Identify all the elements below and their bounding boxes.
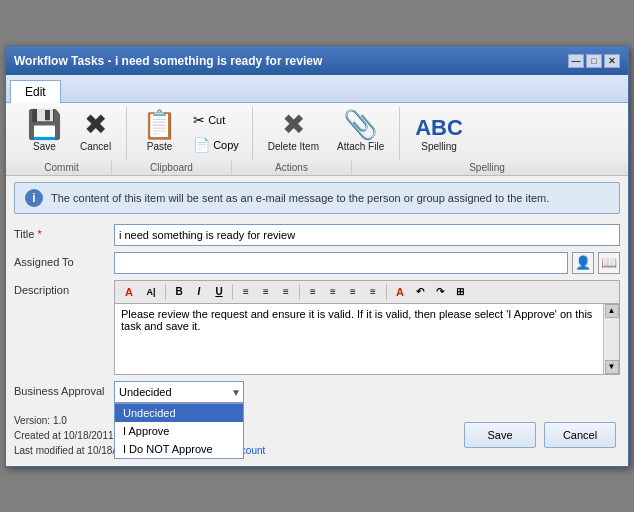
attach-file-label: Attach File	[337, 141, 384, 152]
footer-save-button[interactable]: Save	[464, 422, 536, 448]
title-row: Title *	[14, 224, 620, 246]
clipboard-buttons: 📋 Paste ✂ Cut 📄 Copy	[135, 107, 244, 156]
actions-group-name: Actions	[240, 161, 343, 174]
cut-icon: ✂	[193, 112, 205, 128]
sep1	[165, 284, 166, 300]
copy-label: Copy	[213, 139, 239, 151]
paste-button[interactable]: 📋 Paste	[135, 107, 184, 156]
title-bar-buttons: — □ ✕	[568, 54, 620, 68]
commit-group-name: Commit	[20, 161, 103, 174]
spelling-icon: ABC	[415, 117, 463, 139]
address-book-button[interactable]: 📖	[598, 252, 620, 274]
attach-file-button[interactable]: 📎 Attach File	[330, 107, 391, 156]
info-text: The content of this item will be sent as…	[51, 192, 549, 204]
spelling-button[interactable]: ABC Spelling	[408, 113, 470, 156]
tab-edit[interactable]: Edit	[10, 80, 61, 103]
commit-group-name-block: Commit	[12, 161, 112, 174]
description-label: Description	[14, 280, 114, 296]
cut-button[interactable]: ✂ Cut	[188, 109, 244, 131]
scroll-down[interactable]: ▼	[605, 360, 619, 374]
close-button[interactable]: ✕	[604, 54, 620, 68]
ribbon-group-actions: ✖ Delete Item 📎 Attach File	[253, 107, 400, 160]
cut-label: Cut	[208, 114, 225, 126]
save-button[interactable]: 💾 Save	[20, 107, 69, 156]
paste-label: Paste	[147, 141, 173, 152]
description-control: A A| B I U ≡ ≡ ≡ ≡ ≡ ≡ ≡ A	[114, 280, 620, 375]
spelling-group-name-block: Spelling	[352, 161, 622, 174]
indent-btn[interactable]: ≡	[344, 283, 362, 301]
info-bar: i The content of this item will be sent …	[14, 182, 620, 214]
assigned-to-label: Assigned To	[14, 252, 114, 268]
footer-cancel-button[interactable]: Cancel	[544, 422, 616, 448]
dropdown-option-approve[interactable]: I Approve	[115, 422, 243, 440]
maximize-button[interactable]: □	[586, 54, 602, 68]
window-title: Workflow Tasks - i need something is rea…	[14, 54, 322, 68]
font-btn[interactable]: A	[119, 283, 139, 301]
delete-icon: ✖	[282, 111, 305, 139]
italic-btn[interactable]: I	[190, 283, 208, 301]
business-approval-control: Undecided I Approve I Do NOT Approve ▼ U…	[114, 381, 620, 403]
footer-row: Version: 1.0 Created at 10/18/2011 4:09 …	[14, 413, 620, 462]
clipboard-group-name: Clipboard	[120, 161, 223, 174]
sep4	[386, 284, 387, 300]
scroll-up[interactable]: ▲	[605, 304, 619, 318]
ordered-list-btn[interactable]: ≡	[324, 283, 342, 301]
copy-icon: 📄	[193, 137, 210, 153]
desc-textarea-wrap: Please review the request and ensure it …	[114, 303, 620, 375]
ribbon-group-clipboard: 📋 Paste ✂ Cut 📄 Copy	[127, 107, 253, 160]
title-control	[114, 224, 620, 246]
underline-btn[interactable]: U	[210, 283, 228, 301]
description-textarea[interactable]: Please review the request and ensure it …	[115, 304, 603, 374]
actions-group-name-block: Actions	[232, 161, 352, 174]
save-label: Save	[33, 141, 56, 152]
scroll-track	[605, 318, 619, 360]
desc-scrollbar: ▲ ▼	[603, 304, 619, 374]
description-row: Description A A| B I U ≡ ≡ ≡ ≡ ≡ ≡	[14, 280, 620, 375]
cancel-label: Cancel	[80, 141, 111, 152]
outdent-btn[interactable]: ≡	[364, 283, 382, 301]
form-area: Title * Assigned To 👤 📖 Description	[6, 220, 628, 466]
assigned-to-row: Assigned To 👤 📖	[14, 252, 620, 274]
align-right-btn[interactable]: ≡	[277, 283, 295, 301]
spelling-buttons: ABC Spelling	[408, 107, 470, 156]
table-btn[interactable]: ⊞	[451, 283, 469, 301]
list-btn[interactable]: ≡	[304, 283, 322, 301]
spelling-label: Spelling	[421, 141, 457, 152]
desc-toolbar: A A| B I U ≡ ≡ ≡ ≡ ≡ ≡ ≡ A	[114, 280, 620, 303]
sep2	[232, 284, 233, 300]
dropdown-option-undecided[interactable]: Undecided	[115, 404, 243, 422]
ribbon: 💾 Save ✖ Cancel 📋 Paste	[6, 103, 628, 176]
minimize-button[interactable]: —	[568, 54, 584, 68]
redo-btn[interactable]: ↷	[431, 283, 449, 301]
title-input[interactable]	[114, 224, 620, 246]
font-color-btn[interactable]: A	[391, 283, 409, 301]
business-approval-select[interactable]: Undecided I Approve I Do NOT Approve	[114, 381, 244, 403]
info-icon: i	[25, 189, 43, 207]
align-center-btn[interactable]: ≡	[257, 283, 275, 301]
save-icon: 💾	[27, 111, 62, 139]
align-left-btn[interactable]: ≡	[237, 283, 255, 301]
dropdown-popup: Undecided I Approve I Do NOT Approve	[114, 403, 244, 459]
title-bar: Workflow Tasks - i need something is rea…	[6, 47, 628, 75]
clipboard-group-name-block: Clipboard	[112, 161, 232, 174]
commit-buttons: 💾 Save ✖ Cancel	[20, 107, 118, 156]
undo-btn[interactable]: ↶	[411, 283, 429, 301]
assigned-to-input-row: 👤 📖	[114, 252, 620, 274]
ribbon-group-commit: 💾 Save ✖ Cancel	[12, 107, 127, 160]
paste-icon: 📋	[142, 111, 177, 139]
ribbon-groups-row: 💾 Save ✖ Cancel 📋 Paste	[6, 103, 628, 160]
assigned-to-input[interactable]	[114, 252, 568, 274]
sep3	[299, 284, 300, 300]
bold-btn[interactable]: B	[170, 283, 188, 301]
dropdown-option-not-approve[interactable]: I Do NOT Approve	[115, 440, 243, 458]
copy-button[interactable]: 📄 Copy	[188, 134, 244, 156]
delete-item-button[interactable]: ✖ Delete Item	[261, 107, 326, 156]
spelling-group-name: Spelling	[360, 161, 614, 174]
cancel-button[interactable]: ✖ Cancel	[73, 107, 118, 156]
title-required: *	[37, 228, 41, 240]
assigned-to-control: 👤 📖	[114, 252, 620, 274]
ribbon-group-spelling: ABC Spelling	[400, 107, 478, 160]
people-picker-button[interactable]: 👤	[572, 252, 594, 274]
ribbon-labels-row: Commit Clipboard Actions Spelling	[6, 160, 628, 176]
font-size-btn[interactable]: A|	[141, 283, 161, 301]
